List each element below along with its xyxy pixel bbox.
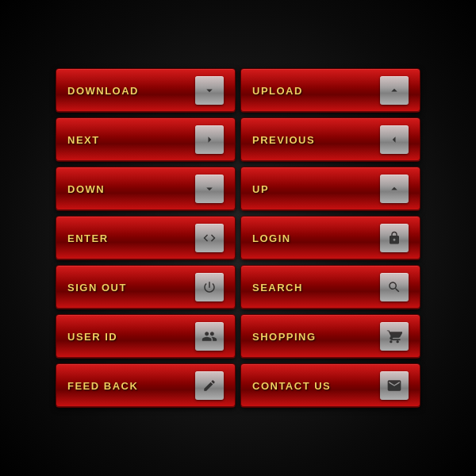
userid-button[interactable]: USER ID: [56, 314, 236, 359]
contactus-button[interactable]: CONTACT US: [240, 363, 420, 408]
next-label: NEXT: [67, 134, 100, 146]
userid-label: USER ID: [67, 331, 117, 343]
login-icon: [380, 224, 409, 252]
login-label: LOGIN: [252, 232, 291, 244]
upload-icon: [380, 76, 409, 105]
feedback-icon: [195, 371, 224, 400]
download-button[interactable]: DOWNLOAD: [56, 68, 236, 113]
down-button[interactable]: DOWN: [56, 167, 236, 211]
userid-icon: [195, 322, 224, 351]
button-grid: DOWNLOADUPLOADNEXTPREVIOUSDOWNUPENTERLOG…: [56, 68, 420, 408]
contactus-icon: [380, 371, 409, 400]
next-button[interactable]: NEXT: [56, 117, 236, 162]
feedback-label: FEED BACK: [67, 380, 138, 392]
shopping-button[interactable]: SHOPPING: [240, 314, 420, 359]
upload-button[interactable]: UPLOAD: [240, 68, 420, 113]
shopping-label: SHOPPING: [252, 331, 317, 343]
down-label: DOWN: [67, 183, 105, 195]
download-label: DOWNLOAD: [67, 85, 139, 97]
shopping-icon: [380, 322, 409, 351]
signout-button[interactable]: SIGN OUT: [56, 265, 236, 309]
up-button[interactable]: UP: [240, 167, 420, 211]
feedback-button[interactable]: FEED BACK: [56, 363, 236, 408]
login-button[interactable]: LOGIN: [240, 216, 420, 260]
up-label: UP: [252, 183, 269, 195]
signout-icon: [195, 273, 224, 301]
enter-button[interactable]: ENTER: [56, 216, 236, 260]
down-icon: [195, 175, 224, 203]
upload-label: UPLOAD: [252, 85, 303, 97]
search-button[interactable]: SEARCH: [240, 265, 420, 309]
search-label: SEARCH: [252, 282, 303, 294]
contactus-label: CONTACT US: [252, 380, 331, 392]
up-icon: [380, 175, 409, 203]
next-icon: [195, 125, 224, 154]
download-icon: [195, 76, 224, 105]
enter-icon: [195, 224, 224, 252]
previous-label: PREVIOUS: [252, 134, 315, 146]
signout-label: SIGN OUT: [67, 282, 127, 294]
previous-icon: [380, 125, 409, 154]
previous-button[interactable]: PREVIOUS: [240, 117, 420, 162]
enter-label: ENTER: [67, 232, 109, 244]
search-icon: [380, 273, 409, 301]
